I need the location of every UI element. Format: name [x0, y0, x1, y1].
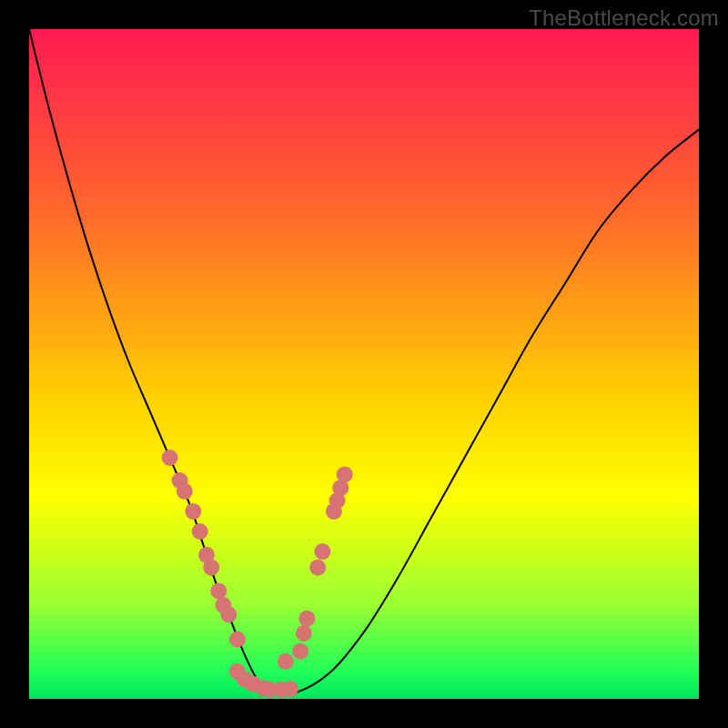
chart-svg — [29, 29, 699, 699]
data-marker — [314, 543, 330, 560]
data-marker — [229, 632, 246, 648]
data-marker — [185, 503, 201, 520]
data-marker — [296, 625, 312, 642]
data-marker — [220, 606, 237, 622]
plot-area — [29, 29, 699, 699]
data-marker — [177, 483, 193, 500]
chart-frame: TheBottleneck.com — [0, 0, 728, 728]
data-marker — [282, 681, 298, 697]
data-marker — [298, 611, 315, 627]
data-marker — [210, 583, 227, 600]
bottleneck-curve — [29, 29, 699, 694]
data-marker — [292, 643, 308, 660]
watermark-text: TheBottleneck.com — [529, 5, 719, 31]
data-marker — [192, 523, 208, 540]
data-marker — [162, 450, 178, 466]
data-marker — [309, 560, 326, 576]
data-marker — [337, 466, 353, 482]
marker-group — [162, 450, 353, 698]
data-marker — [203, 560, 219, 576]
data-marker — [278, 653, 294, 670]
